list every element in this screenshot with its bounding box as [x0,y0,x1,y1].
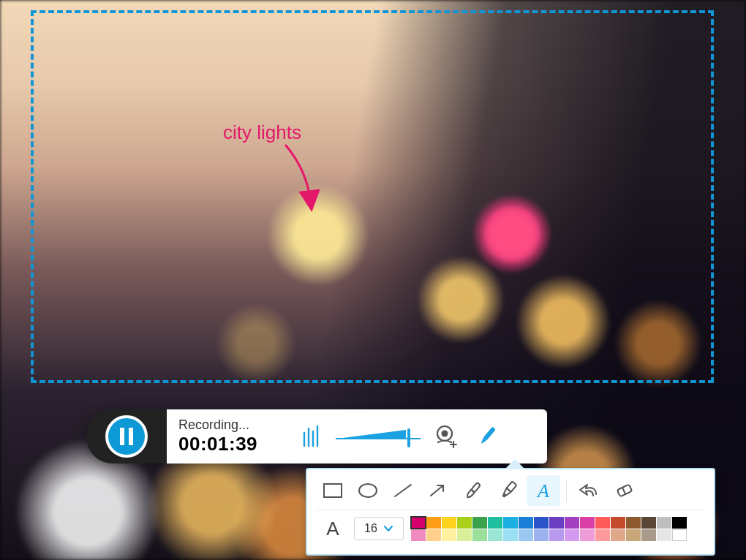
color-swatch[interactable] [580,529,595,541]
eraser-button[interactable] [608,475,641,506]
color-swatch[interactable] [672,529,687,541]
color-swatch[interactable] [657,529,671,541]
svg-point-14 [359,484,377,497]
color-swatch[interactable] [503,517,518,529]
color-swatch[interactable] [565,529,579,541]
svg-rect-13 [324,484,342,497]
circle-icon [357,482,379,499]
svg-rect-11 [483,427,495,441]
annotation-panel: A A 16 [306,468,715,556]
color-swatch[interactable] [411,529,426,541]
annotation-text[interactable]: city lights [223,121,301,144]
audio-level-icon [301,424,322,449]
webcam-button[interactable] [429,419,464,454]
color-swatch[interactable] [595,529,610,541]
recording-toolbar: Recording... 00:01:39 [86,409,547,463]
square-icon [322,482,344,499]
color-swatch[interactable] [580,517,595,529]
color-swatch[interactable] [611,529,625,541]
text-tool[interactable]: A [527,475,560,506]
arrow-tool[interactable] [421,475,455,506]
color-swatch[interactable] [534,517,549,529]
pencil-icon [475,424,499,449]
annotation-style-row: A 16 [316,510,705,547]
chevron-down-icon [383,525,393,532]
rectangle-tool[interactable] [316,475,350,506]
color-swatch[interactable] [411,517,426,529]
font-size-select[interactable]: 16 [354,517,404,540]
color-swatch[interactable] [426,517,441,529]
color-swatch[interactable] [565,517,579,529]
svg-line-15 [395,485,411,496]
recording-elapsed-time: 00:01:39 [178,433,288,455]
color-swatch[interactable] [549,529,564,541]
svg-point-8 [442,431,448,437]
webcam-add-icon [434,424,459,449]
color-swatch[interactable] [457,517,472,529]
svg-text:A: A [536,481,549,500]
highlighter-icon [497,481,519,500]
color-palette [411,517,687,541]
annotation-tool-row: A [316,474,705,510]
pause-icon [129,428,133,445]
color-swatch[interactable] [611,517,625,529]
volume-slider-icon [336,425,422,447]
color-swatch[interactable] [626,517,641,529]
draw-tools-button[interactable] [470,419,505,454]
color-swatch[interactable] [488,517,502,529]
font-size-value: 16 [364,522,377,535]
color-swatch[interactable] [472,529,487,541]
ellipse-tool[interactable] [351,475,385,506]
color-swatch[interactable] [519,529,533,541]
svg-text:A: A [326,518,339,539]
svg-marker-4 [337,430,406,439]
audio-level-button[interactable] [294,419,329,454]
pause-icon [120,428,124,445]
svg-line-23 [622,487,625,493]
font-preview: A [316,513,350,544]
svg-line-16 [431,485,443,496]
font-preview-icon: A [322,518,344,539]
color-swatch[interactable] [472,517,487,529]
color-swatch[interactable] [426,529,441,541]
color-swatch[interactable] [626,529,641,541]
color-swatch[interactable] [641,529,656,541]
color-swatch[interactable] [657,517,671,529]
volume-slider[interactable] [335,419,423,454]
color-swatch[interactable] [442,517,456,529]
recording-toolbar-main: Recording... 00:01:39 [167,409,547,463]
text-icon: A [532,481,554,500]
color-swatch[interactable] [549,517,564,529]
color-swatch[interactable] [641,517,656,529]
color-swatch[interactable] [442,529,456,541]
arrow-icon [427,482,449,499]
panel-pointer [505,459,525,469]
color-swatch[interactable] [595,517,610,529]
eraser-icon [614,482,636,499]
color-swatch[interactable] [503,529,518,541]
color-swatch[interactable] [457,529,472,541]
brush-tool[interactable] [456,475,490,506]
color-swatch[interactable] [534,529,549,541]
undo-button[interactable] [573,475,606,506]
brush-icon [462,481,484,500]
line-icon [392,482,414,499]
recording-status-label: Recording... [178,417,288,433]
pause-button[interactable] [105,415,148,458]
color-swatch[interactable] [519,517,533,529]
line-tool[interactable] [386,475,420,506]
undo-icon [579,482,600,499]
highlighter-tool[interactable] [491,475,525,506]
recording-status: Recording... 00:01:39 [178,417,288,455]
color-swatch[interactable] [672,517,687,529]
divider [566,480,567,502]
color-swatch[interactable] [488,529,502,541]
recording-toolbar-dark [86,409,167,463]
